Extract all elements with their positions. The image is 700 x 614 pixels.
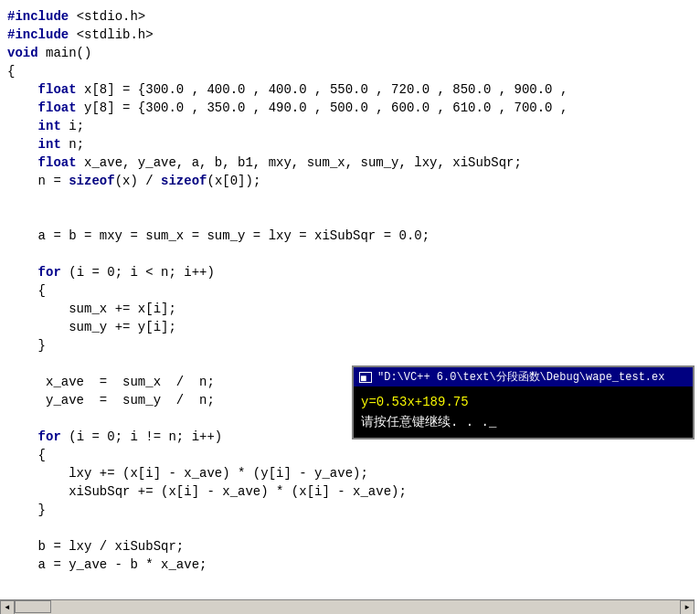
code-line: [7, 245, 693, 263]
terminal-prompt-text: 请按任意键继续. . ._: [361, 415, 496, 429]
code-line: lxy += (x[i] - x_ave) * (y[i] - y_ave);: [7, 464, 693, 482]
terminal-titlebar: ■ "D:\VC++ 6.0\text\分段函数\Debug\wape_test…: [354, 367, 693, 386]
code-line: sum_y += y[i];: [7, 318, 693, 336]
scroll-track: [15, 600, 680, 614]
horizontal-scrollbar[interactable]: ◄ ►: [0, 599, 695, 614]
code-line: {: [7, 281, 693, 300]
code-line: a = y_ave - b * x_ave;: [7, 556, 693, 574]
code-line: for (i = 0; i < n; i++): [7, 263, 693, 281]
code-line: #include <stdlib.h>: [7, 26, 693, 44]
terminal-prompt-line: 请按任意键继续. . ._: [361, 412, 685, 432]
code-line: {: [7, 62, 693, 80]
scroll-thumb[interactable]: [15, 600, 51, 613]
code-line: float x_ave, y_ave, a, b, b1, mxy, sum_x…: [7, 154, 693, 172]
terminal-window: ■ "D:\VC++ 6.0\text\分段函数\Debug\wape_test…: [352, 365, 695, 439]
scroll-right-button[interactable]: ►: [680, 600, 695, 615]
scroll-left-button[interactable]: ◄: [0, 600, 15, 615]
code-line: int n;: [7, 135, 693, 154]
code-editor: #include <stdio.h> #include <stdlib.h> v…: [0, 0, 700, 614]
code-line: b = lxy / xiSubSqr;: [7, 537, 693, 556]
code-line: float x[8] = {300.0 , 400.0 , 400.0 , 55…: [7, 80, 693, 99]
terminal-result-line: y=0.53x+189.75: [361, 392, 685, 412]
code-line: void main(): [7, 44, 693, 62]
code-line: {: [7, 446, 693, 464]
terminal-body: y=0.53x+189.75 请按任意键继续. . ._: [354, 386, 693, 438]
code-line: sum_x += x[i];: [7, 300, 693, 318]
code-line: float y[8] = {300.0 , 350.0 , 490.0 , 50…: [7, 99, 693, 117]
code-line: #include <stdio.h>: [7, 7, 693, 26]
code-line: [7, 519, 693, 537]
code-line: a = b = mxy = sum_x = sum_y = lxy = xiSu…: [7, 227, 693, 245]
code-line: [7, 208, 693, 227]
code-line: xiSubSqr += (x[i] - x_ave) * (x[i] - x_a…: [7, 482, 693, 501]
code-line: }: [7, 336, 693, 355]
terminal-icon: ■: [359, 372, 372, 383]
code-line: }: [7, 501, 693, 519]
code-line: n = sizeof(x) / sizeof(x[0]);: [7, 172, 693, 190]
code-line: int i;: [7, 117, 693, 135]
code-line: [7, 190, 693, 208]
terminal-title: "D:\VC++ 6.0\text\分段函数\Debug\wape_test.e…: [377, 369, 664, 385]
